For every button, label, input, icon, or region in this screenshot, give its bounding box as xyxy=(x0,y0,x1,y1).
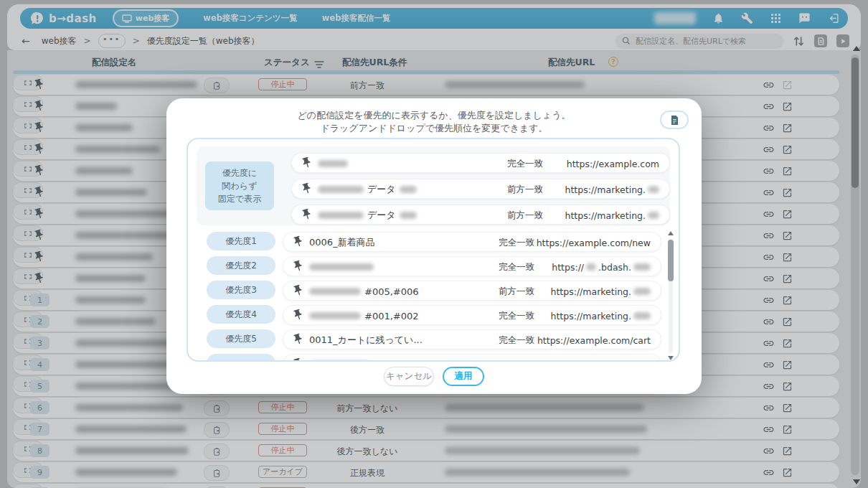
apply-button[interactable]: 適用 xyxy=(443,367,484,386)
row-text: https://marketing. xyxy=(551,311,631,322)
pin-icon xyxy=(291,258,306,273)
row-text: https://marketing. xyxy=(565,210,646,221)
fixed-priority-row[interactable]: 完全一致https://example.com xyxy=(291,153,670,173)
priority-row[interactable]: #001,#002完全一致https://marketing. xyxy=(283,305,661,325)
priority-settings-modal: どの配信設定を優先的に表示するか、優先度を設定しましょう。 ドラッグアンドドロッ… xyxy=(166,98,702,394)
fixed-label-line: 関わらず xyxy=(222,179,258,192)
pin-icon xyxy=(291,307,306,322)
row-text: データ xyxy=(367,183,396,196)
priority-label[interactable]: 優先度5 xyxy=(207,329,275,348)
row-text: .bdash. xyxy=(598,262,631,273)
pin-icon xyxy=(299,207,314,222)
modal-scrollbar-thumb[interactable] xyxy=(668,240,674,281)
setting-name: #001,#002 xyxy=(309,309,419,322)
priority-row[interactable]: 完全一致https://.bdash. xyxy=(283,256,661,276)
pin-icon xyxy=(299,181,314,196)
redacted-text xyxy=(318,160,348,167)
redacted-text xyxy=(318,186,364,193)
priority-label[interactable]: 優先度3 xyxy=(207,281,275,299)
setting-name xyxy=(309,261,374,273)
priority-row[interactable] xyxy=(283,354,661,362)
priority-label[interactable]: 優先度4 xyxy=(207,305,275,324)
pin-icon xyxy=(291,356,306,362)
redacted-text xyxy=(318,212,364,219)
redacted-text xyxy=(633,263,651,271)
url-condition: 完全一致 xyxy=(477,261,556,273)
url-condition: 前方一致 xyxy=(486,184,565,196)
fixed-display-section: 優先度に 関わらず 固定で表示 完全一致https://example.comデ… xyxy=(197,146,670,225)
setting-url: https://example.com/cart xyxy=(537,334,651,347)
fixed-display-label: 優先度に 関わらず 固定で表示 xyxy=(205,161,274,210)
priority-row[interactable]: 0011_カートに残ってい...完全一致https://example.com/… xyxy=(283,329,661,349)
setting-url: https://example.com xyxy=(567,157,659,170)
redacted-text xyxy=(309,263,374,271)
setting-name: 0011_カートに残ってい... xyxy=(309,334,423,347)
redacted-text xyxy=(648,186,659,193)
redacted-text xyxy=(633,312,651,319)
row-text: #001,#002 xyxy=(364,311,419,322)
setting-url: https://marketing. xyxy=(551,309,651,322)
redacted-text xyxy=(400,186,417,193)
modal-buttons: キャンセル 適用 xyxy=(166,367,702,386)
pin-icon xyxy=(291,332,306,347)
url-condition: 前方一致 xyxy=(477,286,556,298)
document-icon xyxy=(671,116,679,125)
row-text: 0006_新着商品 xyxy=(309,236,375,249)
setting-name: 0006_新着商品 xyxy=(309,236,375,249)
modal-title-line1: どの配信設定を優先的に表示するか、優先度を設定しましょう。 xyxy=(166,109,702,122)
row-text: https://example.com xyxy=(567,159,659,169)
redacted-text xyxy=(309,288,361,295)
fixed-label-line: 固定で表示 xyxy=(218,192,261,205)
priority-row[interactable]: 0006_新着商品完全一致https://example.com/new xyxy=(283,232,661,252)
url-condition: 前方一致 xyxy=(486,210,565,222)
url-condition: 完全一致 xyxy=(477,310,556,322)
setting-url: https://marketing. xyxy=(565,209,659,222)
cancel-button[interactable]: キャンセル xyxy=(384,367,434,386)
modal-list-scrollbar[interactable] xyxy=(667,231,674,360)
setting-name: データ xyxy=(318,183,417,196)
priority-label[interactable]: 優先度1 xyxy=(207,232,275,250)
fixed-label-line: 優先度に xyxy=(222,166,257,179)
setting-url: https://marketing. xyxy=(551,285,651,298)
setting-url: https://marketing. xyxy=(565,183,659,196)
priority-label[interactable]: 優先度2 xyxy=(207,256,275,275)
setting-name xyxy=(318,157,348,170)
modal-scroll-up-arrow[interactable] xyxy=(668,231,674,235)
redacted-text xyxy=(633,288,651,295)
row-text: データ xyxy=(367,209,396,222)
row-text: https://example.com/cart xyxy=(537,335,651,346)
setting-name xyxy=(309,358,369,362)
row-text: 0011_カートに残ってい... xyxy=(309,334,423,347)
pin-icon xyxy=(291,234,306,249)
modal-scroll-down-arrow[interactable] xyxy=(668,356,674,360)
url-condition: 完全一致 xyxy=(486,158,565,170)
setting-name: データ xyxy=(318,209,417,222)
row-text: https://marketing. xyxy=(565,184,646,195)
redacted-text xyxy=(309,361,369,362)
priority-list-container: 優先度に 関わらず 固定で表示 完全一致https://example.comデ… xyxy=(187,138,680,362)
pin-icon xyxy=(291,283,306,298)
fixed-priority-row[interactable]: データ前方一致https://marketing. xyxy=(291,179,670,199)
row-text: https://example.com/new xyxy=(537,238,651,248)
redacted-text xyxy=(586,263,596,271)
pin-icon xyxy=(299,155,314,170)
redacted-text xyxy=(400,212,417,219)
redacted-text xyxy=(648,212,659,219)
priority-row[interactable]: #005,#006前方一致https://marketing. xyxy=(283,281,661,301)
row-text: https://marketing. xyxy=(551,286,631,297)
redacted-text xyxy=(309,312,361,319)
setting-url: https://.bdash. xyxy=(552,261,651,273)
modal-document-button[interactable] xyxy=(660,111,689,129)
priority-label[interactable] xyxy=(207,354,275,362)
row-text: https:// xyxy=(552,262,584,273)
setting-name: #005,#006 xyxy=(309,285,419,298)
fixed-priority-row[interactable]: データ前方一致https://marketing. xyxy=(291,205,670,225)
row-text: #005,#006 xyxy=(364,286,419,297)
modal-title-line2: ドラッグアンドドロップで優先順位を変更できます。 xyxy=(166,122,702,135)
setting-url: https://example.com/new xyxy=(537,236,651,249)
